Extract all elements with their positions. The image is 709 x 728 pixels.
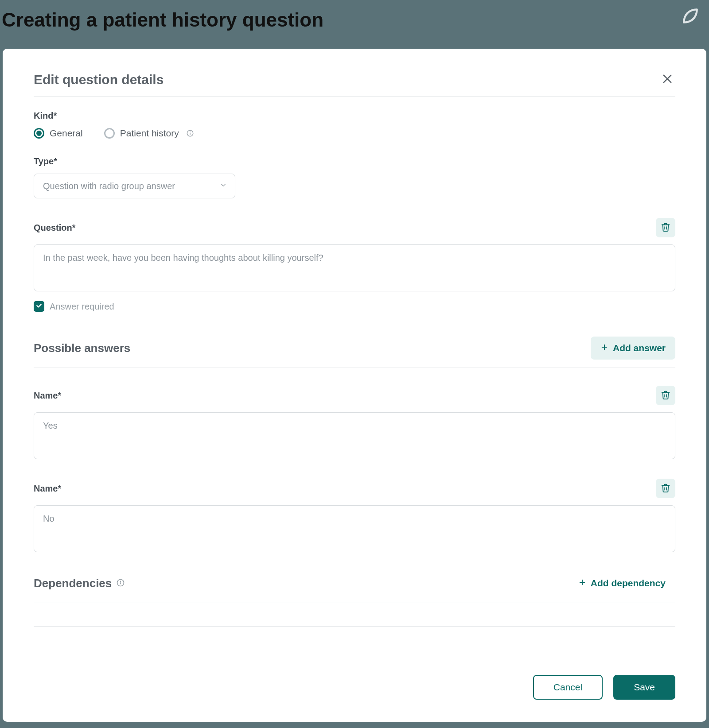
kind-radio-patient-history-label: Patient history [120, 128, 179, 139]
answer-required-checkbox[interactable] [34, 301, 44, 312]
save-button[interactable]: Save [613, 675, 675, 700]
svg-point-4 [190, 132, 190, 132]
answer-required-label: Answer required [50, 302, 114, 312]
add-dependency-label: Add dependency [591, 578, 666, 589]
dependencies-header: Dependencies Add dependency [34, 572, 675, 603]
answer-item-0: Name* [34, 386, 675, 461]
radio-unselected-icon [104, 128, 115, 139]
cancel-button[interactable]: Cancel [533, 675, 603, 700]
possible-answers-title: Possible answers [34, 341, 130, 355]
kind-radio-general[interactable]: General [34, 128, 83, 139]
kind-radio-general-label: General [50, 128, 83, 139]
dependencies-title-text: Dependencies [34, 577, 112, 590]
page-header: Creating a patient history question [0, 0, 709, 49]
kind-radio-group: General Patient history [34, 128, 675, 139]
trash-icon [661, 222, 670, 233]
delete-question-button[interactable] [656, 218, 675, 237]
trash-icon [661, 483, 670, 494]
answer-name-label: Name* [34, 391, 61, 401]
dependencies-title: Dependencies [34, 577, 125, 590]
close-icon [661, 80, 674, 86]
trash-icon [661, 390, 670, 401]
info-icon[interactable] [186, 129, 194, 137]
answer-required-row: Answer required [34, 301, 675, 312]
add-answer-label: Add answer [613, 343, 666, 353]
plus-icon [578, 578, 586, 589]
question-label: Question* [34, 223, 75, 233]
delete-answer-button[interactable] [656, 386, 675, 405]
plus-icon [600, 343, 608, 353]
close-button[interactable] [659, 71, 675, 88]
question-textarea[interactable] [34, 244, 675, 291]
svg-point-9 [121, 581, 121, 581]
page-title: Creating a patient history question [0, 9, 709, 31]
question-label-row: Question* [34, 218, 675, 237]
leaf-logo-icon [681, 6, 700, 27]
dependencies-divider [34, 626, 675, 627]
type-label: Type* [34, 156, 675, 167]
modal-footer: Cancel Save [34, 662, 675, 700]
possible-answers-header: Possible answers Add answer [34, 337, 675, 368]
edit-question-modal: Edit question details Kind* General Pati… [3, 49, 706, 722]
delete-answer-button[interactable] [656, 479, 675, 498]
modal-header: Edit question details [34, 71, 675, 97]
add-answer-button[interactable]: Add answer [591, 337, 675, 360]
dependencies-section: Dependencies Add dependency [34, 572, 675, 627]
answer-name-label: Name* [34, 484, 61, 494]
kind-label: Kind* [34, 111, 675, 121]
add-dependency-button[interactable]: Add dependency [569, 572, 675, 595]
answer-name-input[interactable] [34, 412, 675, 459]
kind-radio-patient-history[interactable]: Patient history [104, 128, 194, 139]
answer-item-1: Name* [34, 479, 675, 554]
answer-name-input[interactable] [34, 505, 675, 552]
modal-title: Edit question details [34, 72, 164, 87]
check-icon [35, 302, 43, 311]
info-icon[interactable] [116, 577, 125, 590]
type-select-wrap: Question with radio group answer [34, 174, 235, 198]
type-select[interactable]: Question with radio group answer [34, 174, 235, 198]
radio-selected-icon [34, 128, 44, 139]
